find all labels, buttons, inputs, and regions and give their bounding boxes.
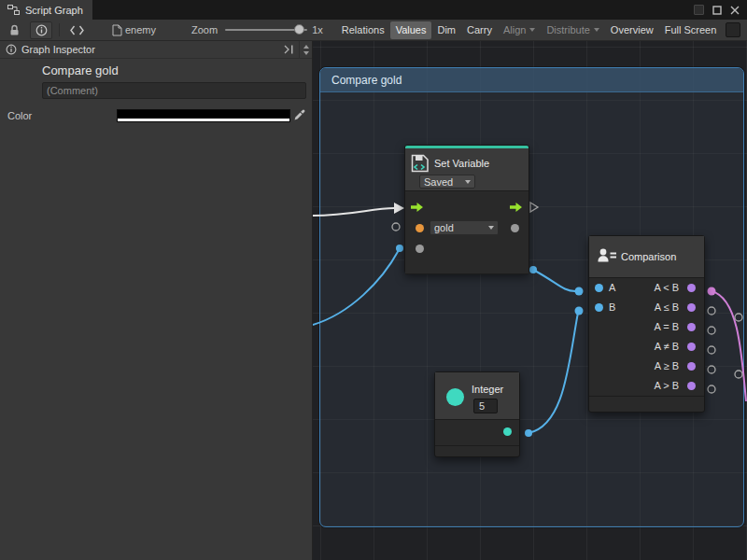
comparison-row: A A < B	[589, 278, 704, 298]
output-notequal-label: A ≠ B	[655, 341, 679, 352]
graph-asset-button[interactable]: enemy	[108, 21, 160, 39]
node-footer	[589, 397, 704, 411]
output-greaterequal-port-icon[interactable]	[687, 362, 696, 371]
input-b-label: B	[609, 301, 615, 313]
output-greater-port-icon[interactable]	[687, 382, 696, 390]
comparison-header[interactable]: Comparison	[589, 236, 704, 277]
output-lessequal-port-icon[interactable]	[687, 303, 696, 312]
lock-button[interactable]	[5, 21, 24, 39]
node-title: Comparison	[621, 251, 676, 262]
input-a-label: A	[609, 282, 615, 293]
inspector-header: Graph Inspector	[0, 41, 312, 59]
output-less-label: A < B	[654, 282, 679, 293]
chevron-down-icon	[529, 28, 535, 32]
graph-title: Compare gold	[42, 63, 119, 77]
code-icon	[70, 25, 84, 35]
info-icon	[6, 44, 17, 55]
toolbar-overflow-button[interactable]	[726, 22, 740, 37]
script-graph-icon	[7, 5, 20, 15]
info-icon	[35, 24, 48, 36]
value-out-port-icon[interactable]	[511, 224, 519, 232]
comparison-row: A = B	[589, 317, 704, 337]
output-greater-label: A > B	[654, 380, 679, 391]
comparison-row: B A ≤ B	[589, 298, 704, 317]
integer-value-field[interactable]: 5	[473, 399, 498, 413]
set-variable-body: gold	[405, 191, 529, 273]
window-controls	[694, 0, 747, 20]
scroll-up-icon[interactable]	[303, 45, 309, 49]
output-lessequal-label: A ≤ B	[655, 301, 679, 313]
output-less-port-icon[interactable]	[687, 284, 696, 292]
tab-bar: Script Graph	[0, 0, 747, 20]
node-footer	[435, 446, 519, 458]
window-menu-icon[interactable]	[694, 5, 704, 15]
node-title: Set Variable	[434, 158, 489, 169]
lock-icon	[8, 24, 21, 36]
eyedropper-icon	[293, 108, 306, 121]
output-equal-port-icon[interactable]	[687, 323, 696, 331]
distribute-dropdown[interactable]: Distribute	[541, 21, 604, 39]
flow-in-port-icon[interactable]	[411, 203, 423, 212]
overview-button[interactable]: Overview	[605, 21, 659, 39]
code-view-button[interactable]	[66, 21, 88, 39]
scroll-down-icon[interactable]	[303, 51, 309, 55]
inspector-header-label: Graph Inspector	[21, 44, 95, 55]
chevron-down-icon	[594, 28, 599, 32]
inspect-toggle-button[interactable]	[30, 21, 52, 39]
zoom-slider-handle[interactable]	[294, 24, 304, 35]
graph-asset-name: enemy	[125, 24, 156, 35]
comparison-icon	[596, 245, 618, 267]
integer-body	[435, 420, 519, 445]
group-header[interactable]: Compare gold	[320, 68, 743, 92]
variable-name-dropdown[interactable]: gold	[430, 220, 499, 235]
relations-button[interactable]: Relations	[336, 21, 390, 39]
inspector-scroll-spinner[interactable]	[299, 41, 312, 59]
zoom-label: Zoom	[191, 24, 218, 35]
eyedropper-button[interactable]	[293, 108, 306, 123]
input-b-port-icon[interactable]	[595, 303, 603, 312]
unity-window: Script Graph enemy Zoom 1x Relations	[0, 0, 747, 560]
toolbar-separator	[59, 23, 60, 36]
color-field-label: Color	[7, 110, 32, 121]
color-swatch[interactable]	[117, 109, 290, 122]
align-dropdown[interactable]: Align	[498, 21, 541, 39]
node-comparison[interactable]: Comparison A A < B B A ≤ B A = B	[588, 235, 705, 413]
graph-inspector-panel: Graph Inspector Compare gold Color	[0, 41, 313, 560]
node-footer	[405, 274, 529, 288]
fullscreen-button[interactable]: Full Screen	[659, 21, 723, 39]
output-notequal-port-icon[interactable]	[687, 343, 696, 351]
graph-toolbar: enemy Zoom 1x Relations Values Dim Carry…	[0, 20, 747, 41]
variable-scope-dropdown[interactable]: Saved	[419, 175, 475, 189]
output-equal-label: A = B	[654, 321, 679, 332]
integer-icon	[446, 388, 464, 406]
values-button[interactable]: Values	[390, 21, 432, 39]
dim-button[interactable]: Dim	[431, 21, 461, 39]
node-set-variable[interactable]: Set Variable Saved gold	[404, 145, 529, 273]
group-title: Compare gold	[331, 74, 402, 87]
comparison-row: A ≠ B	[589, 337, 704, 357]
zoom-value: 1x	[312, 24, 323, 35]
carry-button[interactable]: Carry	[461, 21, 498, 39]
output-greaterequal-label: A ≥ B	[655, 360, 679, 371]
input-a-port-icon[interactable]	[595, 284, 603, 292]
close-icon[interactable]	[730, 6, 740, 15]
alpha-bar	[118, 119, 289, 121]
node-title: Integer	[472, 384, 503, 395]
tab-script-graph[interactable]: Script Graph	[0, 0, 92, 20]
zoom-slider[interactable]	[225, 21, 307, 39]
dock-icon[interactable]	[284, 45, 295, 54]
maximize-icon[interactable]	[712, 6, 722, 15]
integer-out-port-icon[interactable]	[503, 427, 512, 436]
save-variable-icon	[410, 153, 430, 174]
comparison-row: A ≥ B	[589, 357, 704, 376]
name-port-icon[interactable]	[416, 224, 424, 232]
graph-canvas[interactable]: Compare gold	[313, 41, 747, 560]
integer-header[interactable]: Integer 5	[435, 372, 519, 419]
chevron-down-icon	[465, 180, 471, 184]
value-in-port-icon[interactable]	[416, 245, 424, 253]
flow-out-port-icon[interactable]	[510, 203, 522, 212]
set-variable-header[interactable]: Set Variable Saved	[405, 148, 529, 190]
node-integer[interactable]: Integer 5	[434, 371, 520, 457]
script-asset-icon	[112, 24, 122, 36]
comment-input[interactable]	[42, 82, 306, 99]
